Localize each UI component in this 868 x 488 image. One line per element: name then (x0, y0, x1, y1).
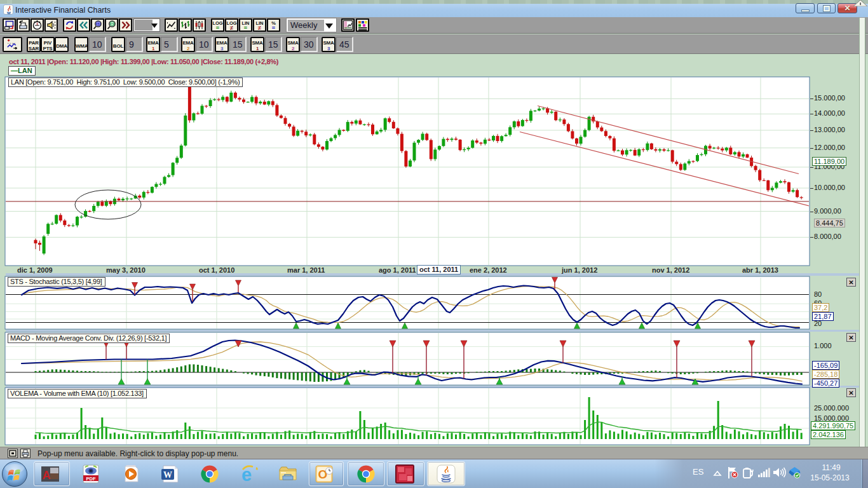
svg-text:≠: ≠ (230, 25, 233, 31)
svg-text:≠: ≠ (258, 25, 261, 31)
svg-text:A: A (43, 469, 51, 482)
svg-text:=: = (244, 25, 247, 31)
svg-text:=: = (216, 25, 219, 31)
svg-text:W: W (163, 470, 172, 480)
svg-text:PDF: PDF (86, 476, 96, 482)
svg-text:=: = (272, 25, 275, 31)
